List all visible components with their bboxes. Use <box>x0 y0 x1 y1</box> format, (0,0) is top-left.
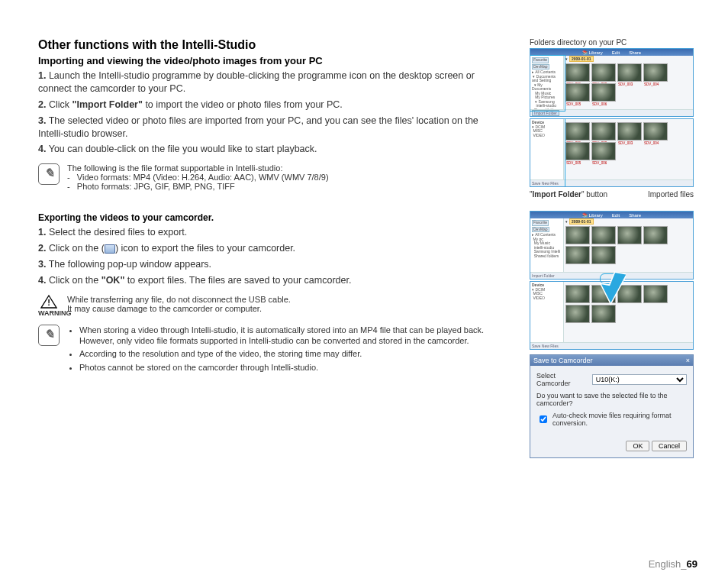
thumbnail[interactable] <box>565 226 590 244</box>
step-text: ) icon to export the files to your camco… <box>115 243 295 254</box>
thumbnail[interactable] <box>643 226 668 244</box>
warning-block: ! WARNING While transferring any file, d… <box>38 295 488 317</box>
warning-icon: ! WARNING <box>38 295 60 317</box>
highlight-imported-files <box>565 118 694 187</box>
highlight-folder-tree <box>530 55 565 112</box>
cancel-button[interactable]: Cancel <box>652 441 687 451</box>
step-text: to export files. The files are saved to … <box>124 275 351 286</box>
thumbnail[interactable] <box>565 83 590 102</box>
dialog-title: Save to Camcorder <box>533 357 593 364</box>
note-block: ✎ The following is the file format suppo… <box>38 163 488 191</box>
step-text: Click on the ( <box>49 243 105 254</box>
step-text: Click on the <box>49 275 101 286</box>
camcorder-select[interactable]: U10(K:) <box>592 374 687 385</box>
step-num: 4. <box>38 144 46 154</box>
step-text: Launch the Intelli-studio programme by d… <box>38 70 475 94</box>
step-text: The selected video or photo files are im… <box>38 115 478 139</box>
thumbnail[interactable] <box>643 285 668 303</box>
step-num: 3. <box>38 115 46 126</box>
svg-marker-2 <box>598 270 626 305</box>
close-icon[interactable]: × <box>686 357 690 364</box>
step-num: 1. <box>38 227 46 238</box>
note-icon: ✎ <box>38 163 60 185</box>
note-line: - Photo formats: JPG, GIF, BMP, PNG, TIF… <box>67 182 329 191</box>
note-icon: ✎ <box>38 325 60 346</box>
checkbox-label: Auto-check movie files requiring format … <box>552 412 687 427</box>
screenshot-export-top: 📚 LibraryEditShare Favorite DevMap ▸ All… <box>530 211 694 280</box>
caption-imported-files: Imported files <box>648 190 694 199</box>
step-text: The following pop-up window appears. <box>49 259 211 270</box>
thumbnail[interactable] <box>643 63 668 82</box>
dialog-question: Do you want to save the selected file to… <box>536 392 687 407</box>
note-lead: The following is the file format support… <box>67 163 329 173</box>
bullet: When storing a video through Intelli-stu… <box>79 325 488 347</box>
save-new-files-button[interactable]: Save New Files <box>532 181 559 186</box>
ok-button[interactable]: OK <box>626 441 649 451</box>
step-text: You can double-click on the file you wou… <box>49 144 317 154</box>
bullet: According to the resolution and type of … <box>79 348 488 359</box>
export-icon <box>105 244 115 254</box>
dialog-label: Select Camcorder <box>536 372 589 387</box>
warning-line: While transferring any file, do not disc… <box>67 295 291 304</box>
step-num: 2. <box>38 99 46 110</box>
step-num: 2. <box>38 243 46 254</box>
note-line: - Video formats: MP4 (Video: H.264, Audi… <box>67 173 329 182</box>
thumbnail[interactable] <box>591 226 616 244</box>
thumbnail[interactable] <box>565 285 590 303</box>
step-num: 1. <box>38 70 46 81</box>
step-text: Select the desired files to export. <box>49 227 187 238</box>
screenshot-pc-folders: 📚 LibraryEditShare Favorite DevMap ▸ All… <box>530 48 694 117</box>
save-to-camcorder-dialog: Save to Camcorder × Select Camcorder U10… <box>530 354 694 458</box>
warning-line: It may cause damage to the camcorder or … <box>67 304 291 313</box>
step-num: 4. <box>38 275 46 286</box>
step-bold: "OK" <box>101 275 125 286</box>
thumbnail[interactable] <box>617 226 642 244</box>
thumbnail[interactable] <box>591 246 616 264</box>
section1-heading: Importing and viewing the video/photo im… <box>38 55 488 66</box>
thumbnail[interactable] <box>565 63 590 82</box>
screenshot-device: Device ▾ DCIM MISC VIDEO Save New Files <box>530 118 694 187</box>
info-block: ✎ When storing a video through Intelli-s… <box>38 325 488 375</box>
thumbnail[interactable] <box>591 63 616 82</box>
step-text: to import the video or photo files from … <box>143 99 343 110</box>
section1-steps: 1. Launch the Intelli-studio programme b… <box>38 69 488 156</box>
down-arrow-icon <box>598 270 626 305</box>
warning-label: WARNING <box>38 309 72 317</box>
step-num: 3. <box>38 259 46 270</box>
thumbnail[interactable] <box>565 305 590 323</box>
thumbnail[interactable] <box>591 305 616 323</box>
section2-heading: Exporting the videos to your camcorder. <box>38 212 488 223</box>
autocheck-checkbox[interactable] <box>540 415 547 423</box>
section2-steps: 1. Select the desired files to export. 2… <box>38 226 488 287</box>
thumbnail[interactable] <box>617 63 642 82</box>
thumbnail[interactable] <box>591 83 616 102</box>
step-text: Click <box>49 99 72 110</box>
svg-text:!: ! <box>47 298 50 307</box>
page-title: Other functions with the Intelli-Studio <box>38 38 488 52</box>
thumbnail[interactable] <box>565 246 590 264</box>
caption-import-button: "Import Folder" button <box>530 190 607 199</box>
bullet: Photos cannot be stored on the camcorder… <box>79 362 488 373</box>
side-caption-folders: Folders directory on your PC <box>530 38 694 47</box>
step-bold: "Import Folder" <box>72 99 142 110</box>
page-footer: English_69 <box>649 558 697 570</box>
